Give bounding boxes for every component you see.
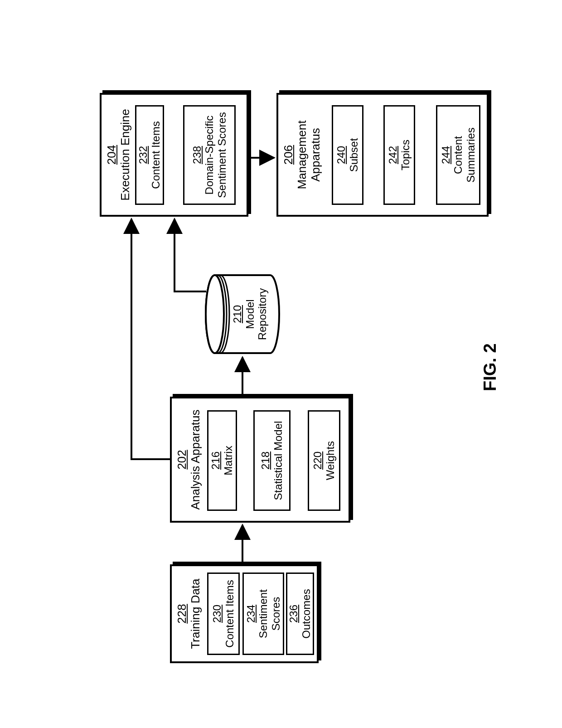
mgmt-content-summaries: 244 Content Summaries [436,105,480,205]
exec-content-items: 232 Content Items [135,105,164,205]
figure-label: FIG. 2 [480,343,500,391]
management-apparatus-block: 206 Management Apparatus 240 Subset 242 … [276,93,489,217]
mgmt-topics: 242 Topics [383,105,415,205]
training-outcomes: 236 Outcomes [286,573,314,655]
exec-ref: 204 [105,95,119,215]
analysis-ref: 202 [175,398,189,521]
exec-label: Execution Engine [119,95,132,215]
analysis-apparatus-block: 202 Analysis Apparatus 216 Matrix 218 St… [170,397,350,523]
mgmt-label2: Apparatus [309,95,323,215]
analysis-weights: 220 Weights [308,410,340,511]
training-data-block: 228 Training Data 230 Content Items 234 … [170,564,319,663]
training-sentiment-scores: 234 Sentiment Scores [242,573,284,655]
model-repository: 210 Model Repository [204,273,281,355]
training-content-items: 230 Content Items [207,573,240,655]
analysis-matrix: 216 Matrix [207,410,237,511]
execution-engine-block: 204 Execution Engine 232 Content Items 2… [100,93,248,217]
exec-domain-specific-scores: 238 Domain-Specific Sentiment Scores [183,105,236,205]
analysis-label: Analysis Apparatus [189,398,203,521]
mgmt-subset: 240 Subset [332,105,363,205]
mgmt-label1: Management [296,95,309,215]
mgmt-ref: 206 [282,95,296,215]
training-label: Training Data [189,566,203,661]
training-ref: 228 [175,566,189,661]
svg-point-9 [206,275,224,353]
analysis-statistical-model: 218 Statistical Model [253,410,291,511]
